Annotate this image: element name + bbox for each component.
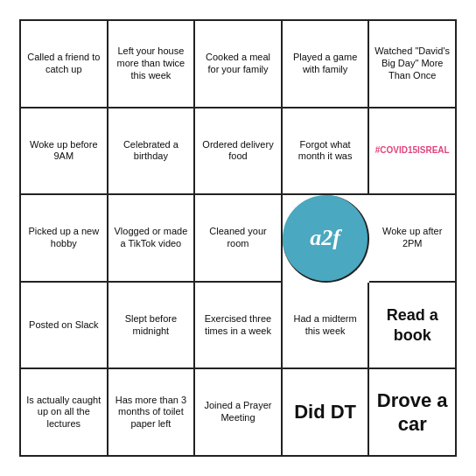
cell-text: Is actually caught up on all the lecture… [24,395,103,430]
cell-text: Drove a car [373,388,452,437]
cell-text: Left your house more than twice this wee… [112,46,191,81]
bingo-cell-r1c0: Woke up before 9AM [21,108,108,196]
bingo-cell-r4c0: Is actually caught up on all the lecture… [21,369,108,457]
bingo-cell-r0c1: Left your house more than twice this wee… [108,21,196,108]
cell-text: Exercised three times in a week [199,313,277,338]
cell-text: Had a midterm this week [286,313,365,338]
cell-text: Cleaned your room [199,226,277,250]
bingo-cell-r3c1: Slept before midnight [108,283,196,370]
bingo-cell-r0c2: Cooked a meal for your family [195,21,283,108]
cell-text: Ordered delivery food [199,139,277,164]
bingo-cell-r2c3: a2f [283,195,370,283]
bingo-cell-r2c4: Woke up after 2PM [369,195,457,283]
bingo-cell-r3c2: Exercised three times in a week [195,283,283,370]
bingo-cell-r3c0: Posted on Slack [21,283,108,370]
cell-text: Slept before midnight [112,313,191,338]
cell-text: Watched "David's Big Day" More Than Once [373,46,452,81]
cell-text: Joined a Prayer Meeting [199,400,277,424]
cell-text: Has more than 3 months of toilet paper l… [112,395,191,430]
bingo-cell-r4c3: Did DT [283,369,370,457]
bingo-cell-r0c4: Watched "David's Big Day" More Than Once [369,21,457,108]
cell-text: Read a book [373,305,452,345]
bingo-cell-r3c3: Had a midterm this week [283,283,370,370]
bingo-cell-r2c0: Picked up a new hobby [21,195,108,283]
bingo-cell-r1c2: Ordered delivery food [195,108,283,196]
bingo-cell-r0c3: Played a game with family [283,21,370,108]
bingo-cell-r4c2: Joined a Prayer Meeting [195,369,283,457]
center-logo: a2f [310,227,340,249]
bingo-cell-r4c1: Has more than 3 months of toilet paper l… [108,369,196,457]
bingo-board: Called a friend to catch upLeft your hou… [10,10,466,466]
cell-text: #COVID15ISREAL [375,145,450,157]
bingo-cell-r2c1: Vlogged or made a TikTok video [108,195,196,283]
bingo-cell-r1c1: Celebrated a birthday [108,108,196,196]
bingo-grid: Called a friend to catch upLeft your hou… [19,19,457,457]
cell-text: Woke up after 2PM [373,226,452,250]
cell-text: Called a friend to catch up [24,52,103,76]
cell-text: Forgot what month it was [286,139,365,164]
bingo-cell-r2c2: Cleaned your room [195,195,283,283]
bingo-cell-r1c4: #COVID15ISREAL [369,108,457,196]
bingo-cell-r3c4: Read a book [369,283,457,370]
cell-text: Posted on Slack [29,319,99,332]
cell-text: Did DT [294,400,356,424]
cell-text: Played a game with family [286,52,365,76]
bingo-cell-r4c4: Drove a car [369,369,457,457]
cell-text: Picked up a new hobby [24,226,103,250]
cell-text: Vlogged or made a TikTok video [112,226,191,250]
bingo-cell-r1c3: Forgot what month it was [283,108,370,196]
cell-text: Cooked a meal for your family [199,52,277,76]
bingo-cell-r0c0: Called a friend to catch up [21,21,108,108]
cell-text: Celebrated a birthday [112,139,191,164]
cell-text: Woke up before 9AM [24,139,103,164]
